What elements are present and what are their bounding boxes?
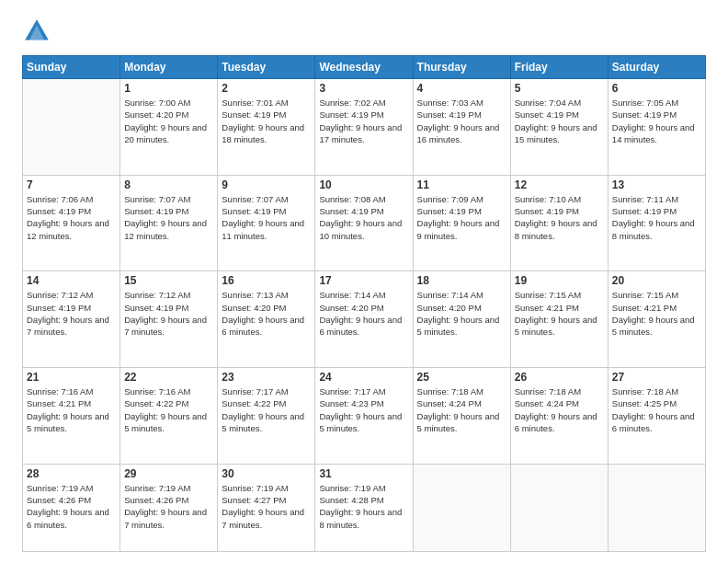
day-info: Sunrise: 7:15 AM Sunset: 4:21 PM Dayligh… <box>612 289 701 338</box>
day-info: Sunrise: 7:07 AM Sunset: 4:19 PM Dayligh… <box>124 193 213 242</box>
weekday-header-cell: Thursday <box>413 56 510 79</box>
day-info: Sunrise: 7:18 AM Sunset: 4:25 PM Dayligh… <box>612 385 701 434</box>
sunrise-text: Sunrise: 7:11 AM <box>612 194 678 204</box>
calendar-week-row: 7 Sunrise: 7:06 AM Sunset: 4:19 PM Dayli… <box>23 175 706 271</box>
day-info: Sunrise: 7:16 AM Sunset: 4:22 PM Dayligh… <box>124 385 213 434</box>
day-number: 17 <box>319 274 408 287</box>
day-number: 27 <box>612 371 701 384</box>
sunrise-text: Sunrise: 7:12 AM <box>27 290 93 300</box>
sunset-text: Sunset: 4:28 PM <box>319 495 383 505</box>
sunset-text: Sunset: 4:21 PM <box>27 398 91 408</box>
sunrise-text: Sunrise: 7:01 AM <box>222 98 288 108</box>
sunrise-text: Sunrise: 7:18 AM <box>515 386 581 396</box>
sunset-text: Sunset: 4:19 PM <box>612 109 677 120</box>
calendar-day-cell: 21 Sunrise: 7:16 AM Sunset: 4:21 PM Dayl… <box>23 368 120 465</box>
sunset-text: Sunset: 4:19 PM <box>27 303 91 313</box>
sunset-text: Sunset: 4:24 PM <box>417 398 482 408</box>
sunrise-text: Sunrise: 7:19 AM <box>319 483 385 493</box>
day-info: Sunrise: 7:14 AM Sunset: 4:20 PM Dayligh… <box>417 289 506 338</box>
daylight-text: Daylight: 9 hours and 17 minutes. <box>319 122 402 144</box>
daylight-text: Daylight: 9 hours and 7 minutes. <box>27 315 109 337</box>
day-number: 18 <box>417 274 506 287</box>
sunrise-text: Sunrise: 7:19 AM <box>27 483 93 493</box>
daylight-text: Daylight: 9 hours and 14 minutes. <box>612 122 695 144</box>
daylight-text: Daylight: 9 hours and 7 minutes. <box>124 315 207 337</box>
day-info: Sunrise: 7:15 AM Sunset: 4:21 PM Dayligh… <box>515 289 604 338</box>
sunset-text: Sunset: 4:19 PM <box>222 109 286 120</box>
calendar-week-row: 14 Sunrise: 7:12 AM Sunset: 4:19 PM Dayl… <box>23 271 706 368</box>
sunset-text: Sunset: 4:19 PM <box>515 109 579 120</box>
calendar-body: 1 Sunrise: 7:00 AM Sunset: 4:20 PM Dayli… <box>23 79 706 552</box>
weekday-header-cell: Friday <box>510 56 608 79</box>
daylight-text: Daylight: 9 hours and 6 minutes. <box>27 507 109 529</box>
sunset-text: Sunset: 4:23 PM <box>319 398 383 408</box>
day-number: 26 <box>515 371 604 384</box>
sunset-text: Sunset: 4:19 PM <box>515 206 579 216</box>
day-info: Sunrise: 7:19 AM Sunset: 4:26 PM Dayligh… <box>124 482 213 531</box>
sunset-text: Sunset: 4:19 PM <box>124 206 188 216</box>
daylight-text: Daylight: 9 hours and 5 minutes. <box>124 411 207 433</box>
daylight-text: Daylight: 9 hours and 5 minutes. <box>515 315 597 337</box>
daylight-text: Daylight: 9 hours and 7 minutes. <box>124 507 207 529</box>
day-number: 4 <box>417 82 506 95</box>
daylight-text: Daylight: 9 hours and 5 minutes. <box>319 411 402 433</box>
sunrise-text: Sunrise: 7:06 AM <box>27 194 93 204</box>
calendar-day-cell: 15 Sunrise: 7:12 AM Sunset: 4:19 PM Dayl… <box>120 271 218 368</box>
sunrise-text: Sunrise: 7:03 AM <box>417 98 483 108</box>
sunset-text: Sunset: 4:25 PM <box>612 398 677 408</box>
sunrise-text: Sunrise: 7:08 AM <box>319 194 385 204</box>
daylight-text: Daylight: 9 hours and 20 minutes. <box>124 122 207 144</box>
day-number: 9 <box>222 178 311 191</box>
day-info: Sunrise: 7:08 AM Sunset: 4:19 PM Dayligh… <box>319 193 408 242</box>
daylight-text: Daylight: 9 hours and 9 minutes. <box>417 218 500 240</box>
sunset-text: Sunset: 4:22 PM <box>222 398 286 408</box>
calendar-day-cell: 13 Sunrise: 7:11 AM Sunset: 4:19 PM Dayl… <box>608 175 705 271</box>
calendar-day-cell: 17 Sunrise: 7:14 AM Sunset: 4:20 PM Dayl… <box>315 271 413 368</box>
calendar-day-cell: 12 Sunrise: 7:10 AM Sunset: 4:19 PM Dayl… <box>510 175 608 271</box>
sunrise-text: Sunrise: 7:00 AM <box>124 98 190 108</box>
day-info: Sunrise: 7:19 AM Sunset: 4:27 PM Dayligh… <box>222 482 311 531</box>
weekday-header-row: SundayMondayTuesdayWednesdayThursdayFrid… <box>23 56 706 79</box>
day-info: Sunrise: 7:14 AM Sunset: 4:20 PM Dayligh… <box>319 289 408 338</box>
daylight-text: Daylight: 9 hours and 5 minutes. <box>222 411 304 433</box>
calendar-day-cell: 24 Sunrise: 7:17 AM Sunset: 4:23 PM Dayl… <box>315 368 413 465</box>
sunrise-text: Sunrise: 7:16 AM <box>27 386 93 396</box>
day-number: 5 <box>515 82 604 95</box>
calendar-day-cell <box>510 464 608 551</box>
sunset-text: Sunset: 4:19 PM <box>124 303 188 313</box>
day-info: Sunrise: 7:19 AM Sunset: 4:28 PM Dayligh… <box>319 482 408 531</box>
calendar-day-cell: 14 Sunrise: 7:12 AM Sunset: 4:19 PM Dayl… <box>23 271 120 368</box>
sunset-text: Sunset: 4:26 PM <box>124 495 188 505</box>
daylight-text: Daylight: 9 hours and 6 minutes. <box>319 315 402 337</box>
day-info: Sunrise: 7:00 AM Sunset: 4:20 PM Dayligh… <box>124 97 213 145</box>
day-info: Sunrise: 7:10 AM Sunset: 4:19 PM Dayligh… <box>515 193 604 242</box>
sunset-text: Sunset: 4:20 PM <box>124 109 188 120</box>
day-number: 15 <box>124 274 213 287</box>
calendar-day-cell: 1 Sunrise: 7:00 AM Sunset: 4:20 PM Dayli… <box>120 79 218 176</box>
sunrise-text: Sunrise: 7:07 AM <box>124 194 190 204</box>
calendar-day-cell: 25 Sunrise: 7:18 AM Sunset: 4:24 PM Dayl… <box>413 368 510 465</box>
day-number: 3 <box>319 82 408 95</box>
day-info: Sunrise: 7:02 AM Sunset: 4:19 PM Dayligh… <box>319 97 408 145</box>
day-info: Sunrise: 7:18 AM Sunset: 4:24 PM Dayligh… <box>417 385 506 434</box>
calendar-day-cell: 28 Sunrise: 7:19 AM Sunset: 4:26 PM Dayl… <box>23 464 120 551</box>
calendar-day-cell: 2 Sunrise: 7:01 AM Sunset: 4:19 PM Dayli… <box>218 79 315 176</box>
calendar-day-cell: 5 Sunrise: 7:04 AM Sunset: 4:19 PM Dayli… <box>510 79 608 176</box>
sunrise-text: Sunrise: 7:02 AM <box>319 98 385 108</box>
calendar-week-row: 1 Sunrise: 7:00 AM Sunset: 4:20 PM Dayli… <box>23 79 706 176</box>
day-info: Sunrise: 7:04 AM Sunset: 4:19 PM Dayligh… <box>515 97 604 145</box>
sunrise-text: Sunrise: 7:19 AM <box>222 483 288 493</box>
day-number: 29 <box>124 467 213 480</box>
daylight-text: Daylight: 9 hours and 8 minutes. <box>319 507 402 529</box>
logo <box>22 17 55 46</box>
day-number: 23 <box>222 371 311 384</box>
calendar-day-cell: 27 Sunrise: 7:18 AM Sunset: 4:25 PM Dayl… <box>608 368 705 465</box>
page: SundayMondayTuesdayWednesdayThursdayFrid… <box>0 0 728 563</box>
calendar-day-cell: 11 Sunrise: 7:09 AM Sunset: 4:19 PM Dayl… <box>413 175 510 271</box>
weekday-header-cell: Wednesday <box>315 56 413 79</box>
calendar-day-cell: 7 Sunrise: 7:06 AM Sunset: 4:19 PM Dayli… <box>23 175 120 271</box>
calendar-day-cell: 9 Sunrise: 7:07 AM Sunset: 4:19 PM Dayli… <box>218 175 315 271</box>
day-info: Sunrise: 7:17 AM Sunset: 4:22 PM Dayligh… <box>222 385 311 434</box>
calendar-day-cell <box>413 464 510 551</box>
sunset-text: Sunset: 4:21 PM <box>612 303 677 313</box>
